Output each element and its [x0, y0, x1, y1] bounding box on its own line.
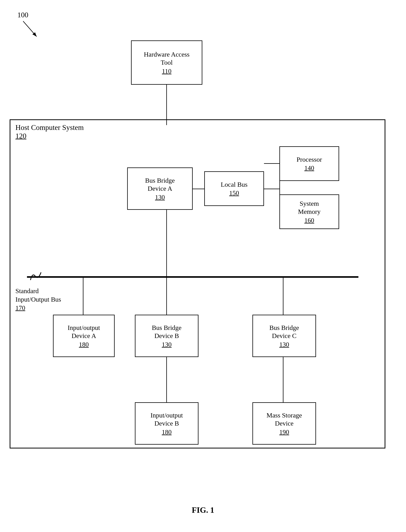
system-memory-box: SystemMemory 160: [279, 194, 339, 229]
io-device-a-ref: 180: [79, 341, 89, 348]
processor-box: Processor 140: [279, 146, 339, 181]
hardware-access-tool-label: Hardware AccessTool: [144, 50, 190, 67]
line-bbb-to-iob: [166, 357, 167, 402]
page-container: 100 Hardware AccessTool 110 Host Compute…: [0, 0, 406, 532]
mass-storage-box: Mass StorageDevice 190: [253, 402, 316, 445]
hardware-access-tool-box: Hardware AccessTool 110: [131, 40, 202, 85]
line-bus-to-bbb: [166, 277, 167, 315]
io-device-b-ref: 180: [162, 428, 172, 436]
arrow-100-icon: [19, 19, 42, 42]
local-bus-box: Local Bus 150: [204, 171, 264, 206]
processor-ref: 140: [304, 164, 314, 172]
local-bus-label: Local Bus: [221, 181, 248, 189]
system-memory-label: SystemMemory: [298, 200, 320, 216]
mass-storage-ref: 190: [279, 428, 289, 436]
line-junct-to-proc: [279, 163, 280, 189]
bus-bridge-b-label: Bus BridgeDevice B: [152, 324, 181, 340]
line-bbc-to-ms: [283, 357, 283, 402]
line-bba-to-lb: [193, 189, 205, 189]
bus-bridge-a-label: Bus BridgeDevice A: [145, 176, 175, 193]
local-bus-ref: 150: [229, 189, 239, 197]
standard-io-bus-line: [27, 276, 358, 278]
line-bus-to-ioa: [83, 277, 83, 315]
line-lb-to-proc-mem: [264, 189, 280, 189]
host-system-ref: 120: [15, 132, 26, 140]
hardware-access-tool-ref: 110: [162, 68, 172, 75]
io-device-b-box: Input/outputDevice B 180: [135, 402, 198, 445]
line-hat-to-host: [166, 85, 167, 125]
io-device-b-label: Input/outputDevice B: [151, 411, 183, 428]
sio-bus-ref: 170: [15, 304, 25, 311]
bus-bridge-b-ref: 130: [162, 341, 172, 348]
line-junct-to-mem: [279, 189, 280, 208]
host-system-label: Host Computer System 120: [15, 123, 84, 140]
line-bus-to-bbc: [283, 277, 283, 315]
bus-bridge-c-label: Bus BridgeDevice C: [269, 324, 299, 340]
svg-marker-1: [32, 32, 36, 37]
processor-label: Processor: [297, 155, 322, 164]
mass-storage-label: Mass StorageDevice: [267, 411, 302, 428]
fig-label: FIG. 1: [192, 505, 214, 515]
io-device-a-label: Input/outputDevice A: [68, 324, 100, 340]
system-memory-ref: 160: [304, 217, 314, 224]
sio-bus-label: StandardInput/Output Bus 170: [15, 287, 61, 312]
ref-100-label: 100: [17, 11, 28, 19]
bus-bridge-a-ref: 130: [155, 194, 165, 201]
bus-bridge-b-box: Bus BridgeDevice B 130: [135, 315, 198, 357]
squiggle-icon: [29, 270, 44, 282]
line-bba-down: [166, 210, 167, 277]
bus-bridge-c-box: Bus BridgeDevice C 130: [253, 315, 316, 357]
bus-bridge-c-ref: 130: [279, 341, 289, 348]
line-to-proc: [264, 163, 280, 164]
bus-bridge-a-box: Bus BridgeDevice A 130: [127, 168, 193, 210]
io-device-a-box: Input/outputDevice A 180: [53, 315, 115, 357]
